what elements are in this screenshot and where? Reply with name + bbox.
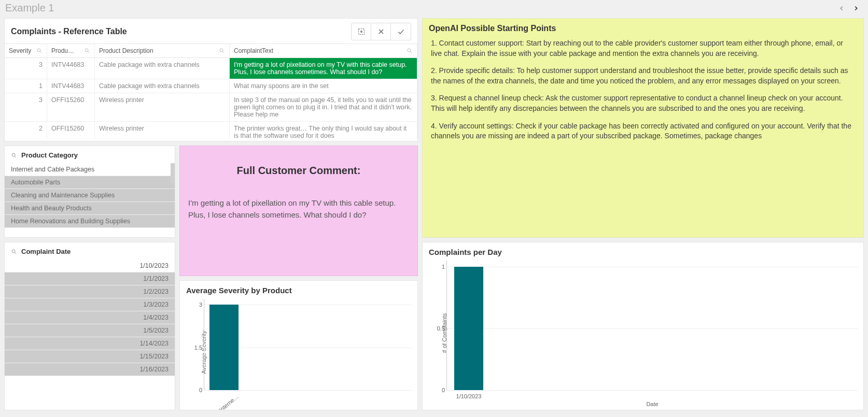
avg-severity-chart[interactable]: Average Severity 01.53Interne… [180,297,417,407]
product-category-title: Product Category [21,151,78,159]
x-tick: 1/10/2023 [456,393,482,399]
selection-toolbar [351,23,411,40]
col-severity-label: Severity [9,47,31,54]
complaints-per-day-title: Complaints per Day [423,242,863,258]
search-icon[interactable] [84,48,90,54]
cell-product: OFFI15260 [47,93,95,121]
cell-product: INTV44683 [47,79,95,93]
cell-description: Cable package with extra channels [95,79,230,93]
complaints-title: Complaints - Reference Table [11,27,127,36]
avg-severity-chart-panel: Average Severity by Product Average Seve… [179,280,418,410]
complaints-per-day-panel: Complaints per Day # of Complaints 00.51… [422,242,864,410]
product-category-list[interactable]: Internet and Cable PackagesAutomobile Pa… [5,163,175,237]
product-category-panel: Product Category Internet and Cable Pack… [4,146,175,238]
svg-line-11 [410,51,412,53]
svg-point-8 [220,49,223,52]
sheet-nav [838,5,863,12]
openai-title: OpenAI Possible Starting Points [423,19,863,35]
table-row[interactable]: 3INTV44683Cable package with extra chann… [5,58,417,79]
openai-panel: OpenAI Possible Starting Points 1. Conta… [422,18,864,238]
selection-tool-button[interactable] [352,23,371,40]
cell-complaint-text: In step 3 of the manual on page 45, it t… [230,93,417,121]
table-row[interactable]: 1INTV44683Cable package with extra chann… [5,79,417,93]
col-text-label: ComplaintText [234,47,273,54]
bar[interactable] [454,267,483,390]
cell-complaint-text: The printer works great… The only thing … [230,122,417,139]
table-row[interactable]: 3OFFI15260Wireless printerIn step 3 of t… [5,93,417,122]
table-header-row: Severity Produ… Product Description Comp… [5,44,417,58]
table-body[interactable]: 3INTV44683Cable package with extra chann… [5,58,417,139]
cell-description: Wireless printer [95,93,230,121]
list-item[interactable]: 1/5/2023 [5,324,175,337]
openai-body[interactable]: 1. Contact customer support: Start by re… [429,35,863,234]
bar[interactable] [209,305,239,390]
list-item[interactable]: 1/10/2023 [5,260,175,272]
complaints-per-day-chart[interactable]: # of Complaints 00.511/10/2023 Date [423,258,863,407]
list-item[interactable]: 1/4/2023 [5,311,175,324]
list-item[interactable]: Cleaning and Maintenance Supplies [5,189,175,202]
list-item[interactable]: 1/14/2023 [5,337,175,350]
svg-line-9 [222,51,224,53]
cell-severity: 1 [5,79,47,93]
svg-point-10 [408,49,411,52]
cell-severity: 3 [5,93,47,121]
x-tick: Interne… [218,393,240,410]
search-icon[interactable] [219,48,225,54]
table-row[interactable]: 2OFFI15260Wireless printerThe printer wo… [5,122,417,139]
cell-product: OFFI15260 [47,122,95,139]
svg-line-7 [88,51,89,53]
svg-point-4 [37,49,40,52]
search-icon[interactable] [11,152,17,159]
search-icon[interactable] [11,249,17,255]
list-item[interactable]: 1/3/2023 [5,298,175,311]
svg-line-15 [15,252,16,254]
list-item[interactable]: Home Renovations and Building Supplies [5,215,175,228]
next-sheet-icon[interactable] [852,5,860,12]
svg-point-1 [360,31,362,33]
col-description-label: Product Description [99,47,153,54]
col-product[interactable]: Produ… [47,44,95,57]
cell-description: Wireless printer [95,122,230,139]
search-icon[interactable] [407,48,413,54]
complaint-date-title: Complaint Date [21,248,71,255]
openai-paragraph: 1. Contact customer support: Start by re… [431,38,854,59]
search-icon[interactable] [36,48,43,54]
list-item[interactable]: Health and Beauty Products [5,202,175,215]
svg-point-14 [12,250,15,253]
list-item[interactable]: 1/15/2023 [5,350,175,363]
complaints-table-panel: Complaints - Reference Table Severity [4,18,418,141]
comment-title: Full Customer Comment: [188,165,409,177]
openai-paragraph: 3. Request a channel lineup check: Ask t… [431,93,854,113]
cancel-selection-button[interactable] [371,23,391,40]
list-item[interactable]: Automobile Parts [5,176,175,189]
col-severity[interactable]: Severity [5,44,47,57]
col-complaint-text[interactable]: ComplaintText [230,44,417,57]
sheet-title: Example 1 [5,2,54,14]
complaint-date-panel: Complaint Date 1/10/20231/1/20231/2/2023… [4,242,175,410]
y-tick: 1.5 [187,344,202,351]
y-tick: 3 [187,301,202,308]
svg-line-5 [40,51,41,53]
cell-product: INTV44683 [47,58,95,79]
y-tick: 0.5 [429,325,445,332]
complaint-date-list[interactable]: 1/10/20231/1/20231/2/20231/3/20231/4/202… [5,260,175,410]
confirm-selection-button[interactable] [391,23,411,40]
cell-description: Cable package with extra channels [95,58,230,79]
list-item[interactable]: Internet and Cable Packages [5,163,175,176]
svg-line-13 [15,156,16,157]
col-description[interactable]: Product Description [95,44,230,57]
cell-complaint-text: I'm getting a lot of pixellation on my T… [230,58,417,79]
list-item[interactable]: 1/2/2023 [5,285,175,298]
cell-severity: 3 [5,58,47,79]
scrollbar[interactable] [171,163,175,184]
sheet-header: Example 1 [0,0,868,18]
cell-complaint-text: What many spoons are in the set [230,79,417,93]
prev-sheet-icon[interactable] [838,5,845,12]
list-item[interactable]: 1/1/2023 [5,272,175,285]
avg-severity-title: Average Severity by Product [180,281,417,297]
x-axis-label: Date [446,401,858,407]
svg-rect-0 [358,29,364,35]
cell-severity: 2 [5,122,47,139]
list-item[interactable]: 1/16/2023 [5,363,175,376]
svg-point-12 [12,153,15,156]
